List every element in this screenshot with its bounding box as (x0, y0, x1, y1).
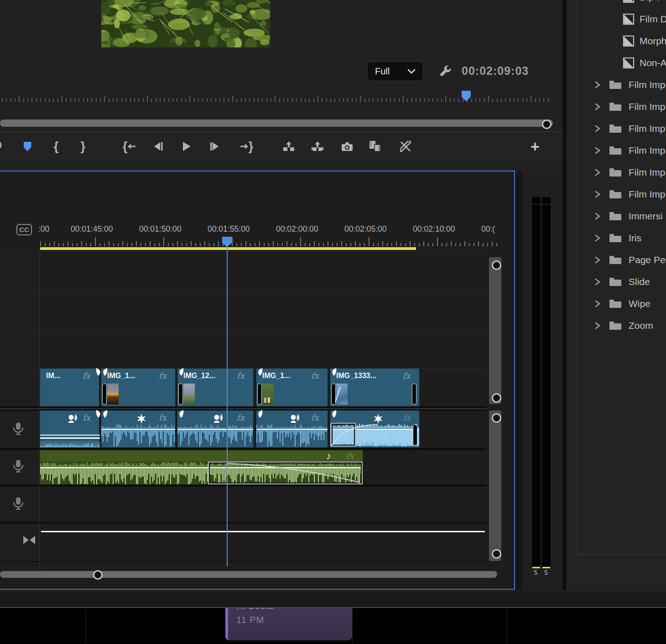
play-icon[interactable] (178, 138, 194, 155)
scrollbar-handle[interactable] (492, 413, 501, 423)
timeline-playhead-line[interactable] (227, 245, 228, 566)
find-icon[interactable] (0, 138, 8, 155)
marker-icon[interactable] (20, 138, 35, 155)
program-scrollbar-handle[interactable] (542, 119, 552, 129)
audio-clip[interactable]: fx (177, 410, 254, 447)
comparison-view-icon[interactable] (368, 138, 383, 155)
folder-icon (609, 167, 622, 179)
timeline-h-scrollbar[interactable] (0, 571, 497, 578)
clip-trim-handle[interactable] (178, 384, 183, 405)
fx-badge[interactable]: fx (237, 413, 245, 422)
effects-folder-row[interactable]: Film Imp (567, 161, 666, 183)
button-editor-add-icon[interactable]: + (527, 138, 543, 155)
effects-folder-row[interactable]: Iris (567, 227, 666, 249)
effects-folder-row[interactable]: Immersi (567, 205, 666, 227)
export-frame-icon[interactable] (339, 138, 355, 155)
fx-badge[interactable]: fx (159, 413, 166, 422)
scrollbar-handle[interactable] (492, 260, 501, 270)
chevron-right-icon[interactable] (594, 256, 601, 266)
chevron-right-icon[interactable] (594, 81, 601, 91)
settings-wrench-icon[interactable] (438, 64, 453, 81)
audio-clip[interactable]: fx (40, 410, 100, 447)
mark-out-icon[interactable]: } (75, 138, 91, 155)
fx-badge[interactable]: fx (159, 371, 166, 380)
effects-folder-row[interactable]: Page Pee (567, 249, 666, 271)
audio-tracks-zoom-scrollbar[interactable] (489, 410, 501, 561)
go-to-out-icon[interactable]: } (236, 138, 256, 155)
fx-badge[interactable]: fx (311, 413, 319, 422)
effects-transition-row[interactable]: Dip t (567, 0, 666, 8)
clip-trim-handle[interactable] (102, 384, 107, 405)
go-to-in-icon[interactable]: { (120, 138, 140, 155)
voiceover-record-mic-icon[interactable] (11, 497, 25, 510)
video-clip[interactable]: IMG_1...fx (101, 369, 176, 406)
video-clip-label: IMG_12... (183, 372, 232, 380)
effects-folder-row[interactable]: Slide (567, 271, 666, 293)
video-clip[interactable]: IMG_12...fx (177, 369, 254, 406)
mark-in-icon[interactable]: { (48, 138, 64, 155)
dialogue-icon (68, 413, 80, 424)
video-clip[interactable]: IMG_1333...fx (330, 369, 420, 406)
video-tracks-zoom-scrollbar[interactable] (489, 257, 501, 404)
chevron-right-icon[interactable] (594, 322, 601, 332)
solo-right-button[interactable]: S (544, 569, 548, 576)
chevron-right-icon[interactable] (594, 278, 601, 288)
mix-track-rubber-band[interactable] (41, 531, 485, 532)
fx-badge[interactable]: fx (346, 451, 354, 461)
audio-clip[interactable]: fx (256, 410, 328, 447)
work-area-bar[interactable] (40, 247, 416, 250)
folder-icon (609, 80, 622, 92)
music-clip[interactable]: ♪fx (40, 450, 363, 484)
effects-transition-row[interactable]: Non-A (567, 52, 666, 74)
playback-resolution-select[interactable]: Full (367, 62, 423, 81)
effects-folder-row[interactable]: Wipe (567, 293, 666, 315)
effects-folder-row[interactable]: Film Imp (567, 183, 666, 205)
chevron-right-icon[interactable] (594, 300, 601, 310)
timeline-h-scrollbar-handle[interactable] (93, 570, 103, 580)
effects-folder-row[interactable]: Film Imp (567, 96, 666, 118)
chevron-right-icon[interactable] (594, 190, 601, 200)
effects-transition-row[interactable]: Morph (567, 30, 666, 52)
video-clip[interactable]: IMG_1...fx (256, 369, 328, 406)
extract-icon[interactable] (310, 138, 325, 155)
chevron-right-icon[interactable] (594, 212, 601, 222)
fx-badge[interactable]: fx (311, 371, 319, 380)
clip-trim-handle[interactable] (413, 425, 417, 446)
solo-left-button[interactable]: S (534, 569, 537, 576)
step-forward-icon[interactable] (207, 138, 222, 155)
chevron-right-icon[interactable] (594, 234, 601, 244)
chevron-right-icon[interactable] (594, 168, 601, 178)
linked-selection-icon[interactable] (398, 138, 413, 155)
effects-folder-row[interactable]: Film Imp (567, 140, 666, 161)
chevron-right-icon[interactable] (594, 146, 601, 156)
effects-transition-row[interactable]: Film D (567, 8, 666, 30)
effects-item-label: Wipe (629, 298, 650, 309)
calendar-event[interactable]: Hi Social 11 PM (225, 607, 352, 640)
scrollbar-handle[interactable] (492, 393, 501, 403)
video-clip[interactable]: IM...fx (40, 369, 100, 406)
timeline-ruler[interactable]: :0000:01:45:0000:01:50:0000:01:55:0000:0… (0, 171, 498, 249)
effects-folder-row[interactable]: Film Imp (567, 74, 666, 96)
voiceover-record-mic-icon[interactable] (11, 459, 25, 473)
effects-folder-row[interactable]: Film Imp (567, 118, 666, 140)
panel-divider[interactable] (562, 0, 567, 607)
fx-badge[interactable]: fx (403, 371, 411, 380)
audio-clip[interactable]: fx (101, 410, 176, 447)
lift-icon[interactable] (281, 138, 297, 155)
audio-clip[interactable]: fx (330, 410, 420, 447)
clip-trim-handle[interactable] (257, 384, 262, 405)
chevron-right-icon[interactable] (594, 125, 601, 135)
fx-badge[interactable]: fx (237, 371, 245, 380)
voiceover-record-mic-icon[interactable] (11, 422, 25, 436)
scrollbar-handle[interactable] (492, 549, 501, 559)
clip-trim-handle[interactable] (412, 384, 416, 405)
chevron-right-icon[interactable] (594, 103, 601, 113)
effects-folder-row[interactable]: Zoom (567, 315, 666, 337)
program-scrollbar[interactable] (0, 119, 553, 127)
fx-badge[interactable]: fx (403, 413, 411, 422)
fx-badge[interactable]: fx (83, 371, 90, 380)
audio-meter-right (542, 197, 551, 566)
step-back-icon[interactable] (151, 138, 166, 155)
fx-badge[interactable]: fx (83, 413, 90, 422)
mix-track-icon[interactable] (23, 535, 36, 545)
